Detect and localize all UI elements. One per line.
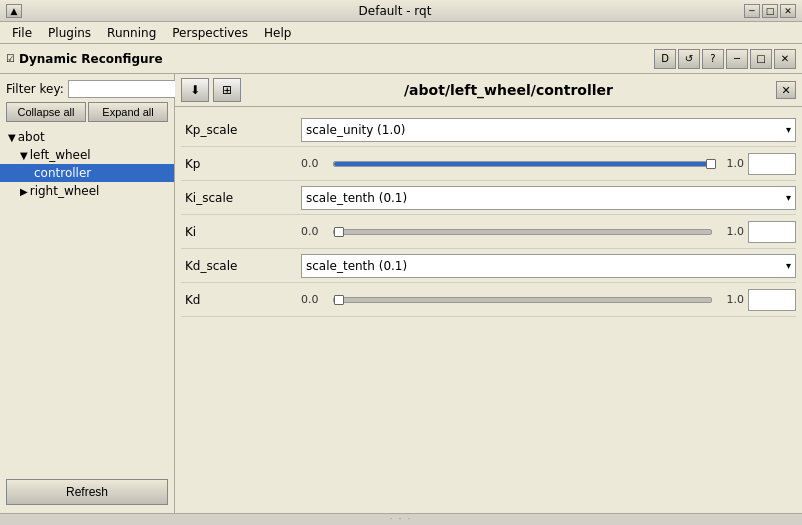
plugin-icon-minimize[interactable]: ─ <box>726 49 748 69</box>
kp-value-input[interactable]: 1.0 <box>748 153 796 175</box>
right-panel-toolbar: ⬇ ⊞ /abot/left_wheel/controller ✕ <box>175 74 802 107</box>
title-bar: ▲ Default - rqt ─ □ ✕ <box>0 0 802 22</box>
ki-slider-track[interactable] <box>333 229 712 235</box>
ki-slider-container: 0.0 1.0 0.0 <box>301 221 796 243</box>
close-button[interactable]: ✕ <box>780 4 796 18</box>
kp-slider-max: 1.0 <box>716 157 744 170</box>
title-bar-controls: ─ □ ✕ <box>744 4 796 18</box>
kp-slider-fill <box>334 162 711 166</box>
param-label-kd: Kd <box>181 283 301 317</box>
plugin-icon-refresh[interactable]: ↺ <box>678 49 700 69</box>
bottom-dots: · · · <box>390 515 413 524</box>
bottom-bar: · · · <box>0 513 802 525</box>
tree-item-right-wheel[interactable]: ▶ right_wheel <box>0 182 174 200</box>
plugin-header-icons: D ↺ ? ─ □ ✕ <box>654 49 796 69</box>
tree-item-controller[interactable]: controller <box>0 164 174 182</box>
tree-label-left-wheel: left_wheel <box>30 148 91 162</box>
ki-scale-dropdown[interactable]: scale_tenth (0.1) <box>301 186 796 210</box>
plugin-icon-help[interactable]: ? <box>702 49 724 69</box>
ki-value-input[interactable]: 0.0 <box>748 221 796 243</box>
expand-all-button[interactable]: Expand all <box>88 102 168 122</box>
collapse-expand-row: Collapse all Expand all <box>0 102 174 126</box>
kd-scale-dropdown[interactable]: scale_tenth (0.1) <box>301 254 796 278</box>
menu-perspectives[interactable]: Perspectives <box>164 24 256 42</box>
kd-slider-min: 0.0 <box>301 293 329 306</box>
plugin-title: Dynamic Reconfigure <box>19 52 163 66</box>
kp-scale-dropdown[interactable]: scale_unity (1.0) <box>301 118 796 142</box>
param-label-ki: Ki <box>181 215 301 249</box>
sidebar: Filter key: Collapse all Expand all ▼ ab… <box>0 74 175 513</box>
menu-running[interactable]: Running <box>99 24 164 42</box>
plugin-icon-d[interactable]: D <box>654 49 676 69</box>
plugin-icon-maximize[interactable]: □ <box>750 49 772 69</box>
title-bar-menu[interactable]: ▲ <box>6 4 22 18</box>
title-bar-title: Default - rqt <box>46 4 744 18</box>
param-label-kp-scale: Kp_scale <box>181 113 301 147</box>
kp-slider-container: 0.0 1.0 1.0 <box>301 153 796 175</box>
tree-item-left-wheel[interactable]: ▼ left_wheel <box>0 146 174 164</box>
tree-arrow-right-wheel: ▶ <box>20 186 28 197</box>
kp-slider-min: 0.0 <box>301 157 329 170</box>
tree-arrow-abot: ▼ <box>8 132 16 143</box>
menu-file[interactable]: File <box>4 24 40 42</box>
kd-value-input[interactable]: 0.0 <box>748 289 796 311</box>
toolbar-btn-down[interactable]: ⬇ <box>181 78 209 102</box>
app-body: ☑ Dynamic Reconfigure D ↺ ? ─ □ ✕ Filter… <box>0 44 802 525</box>
param-control-kp: 0.0 1.0 1.0 <box>301 147 796 181</box>
tree-label-abot: abot <box>18 130 45 144</box>
minimize-button[interactable]: ─ <box>744 4 760 18</box>
param-control-kd-scale: scale_tenth (0.1) <box>301 249 796 283</box>
right-panel: ⬇ ⊞ /abot/left_wheel/controller ✕ Kp_sca… <box>175 74 802 513</box>
plugin-icon-close[interactable]: ✕ <box>774 49 796 69</box>
panel-close-button[interactable]: ✕ <box>776 81 796 99</box>
kd-slider-thumb[interactable] <box>334 295 344 305</box>
ki-slider-min: 0.0 <box>301 225 329 238</box>
menu-help[interactable]: Help <box>256 24 299 42</box>
param-label-ki-scale: Ki_scale <box>181 181 301 215</box>
content-area: Filter key: Collapse all Expand all ▼ ab… <box>0 74 802 513</box>
param-control-ki-scale: scale_tenth (0.1) <box>301 181 796 215</box>
maximize-button[interactable]: □ <box>762 4 778 18</box>
tree-item-abot[interactable]: ▼ abot <box>0 128 174 146</box>
param-control-ki: 0.0 1.0 0.0 <box>301 215 796 249</box>
filter-row: Filter key: <box>0 78 174 102</box>
param-control-kp-scale: scale_unity (1.0) <box>301 113 796 147</box>
tree-arrow-left-wheel: ▼ <box>20 150 28 161</box>
param-control-kd: 0.0 1.0 0.0 <box>301 283 796 317</box>
param-label-kd-scale: Kd_scale <box>181 249 301 283</box>
ki-slider-max: 1.0 <box>716 225 744 238</box>
kd-slider-track[interactable] <box>333 297 712 303</box>
ki-slider-thumb[interactable] <box>334 227 344 237</box>
tree-area: ▼ abot ▼ left_wheel controller ▶ right_w… <box>0 126 174 475</box>
kd-slider-max: 1.0 <box>716 293 744 306</box>
toolbar-btn-grid[interactable]: ⊞ <box>213 78 241 102</box>
menu-plugins[interactable]: Plugins <box>40 24 99 42</box>
params-grid: Kp_scale scale_unity (1.0) Kp 0.0 <box>175 107 802 513</box>
plugin-header: ☑ Dynamic Reconfigure D ↺ ? ─ □ ✕ <box>0 44 802 74</box>
filter-label: Filter key: <box>6 82 64 96</box>
menu-bar: File Plugins Running Perspectives Help <box>0 22 802 44</box>
refresh-button[interactable]: Refresh <box>6 479 168 505</box>
collapse-all-button[interactable]: Collapse all <box>6 102 86 122</box>
tree-label-controller: controller <box>34 166 91 180</box>
kp-slider-track[interactable] <box>333 161 712 167</box>
panel-path: /abot/left_wheel/controller <box>245 82 772 98</box>
kp-slider-thumb[interactable] <box>706 159 716 169</box>
kd-slider-container: 0.0 1.0 0.0 <box>301 289 796 311</box>
tree-label-right-wheel: right_wheel <box>30 184 100 198</box>
param-label-kp: Kp <box>181 147 301 181</box>
